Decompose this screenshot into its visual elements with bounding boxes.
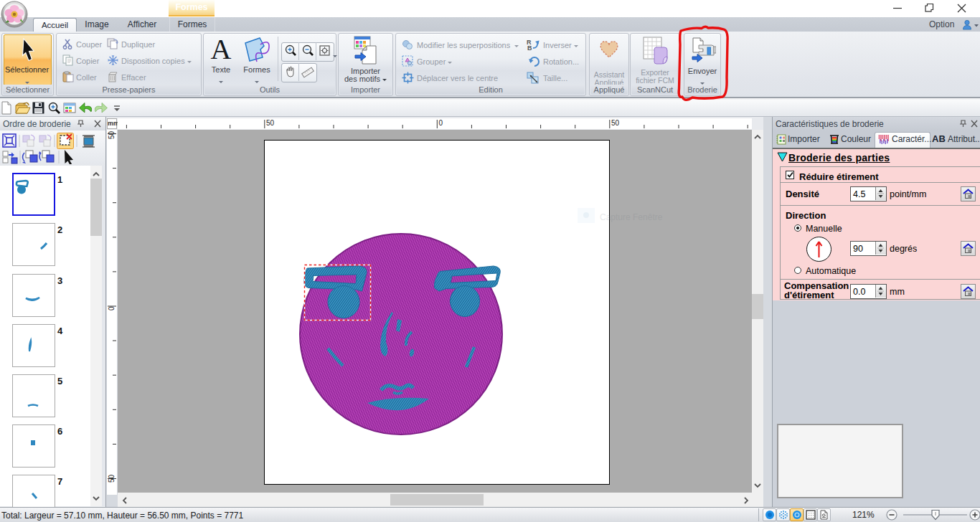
svg-text:50: 50 <box>611 119 620 127</box>
svg-text:Capture Fenêtre: Capture Fenêtre <box>600 212 663 222</box>
svg-text:50: 50 <box>108 474 116 483</box>
svg-text:0: 0 <box>439 119 443 127</box>
svg-text:0: 0 <box>108 306 116 310</box>
svg-text:50: 50 <box>266 119 275 127</box>
svg-text:B: B <box>527 44 532 51</box>
svg-text:50: 50 <box>108 130 116 139</box>
